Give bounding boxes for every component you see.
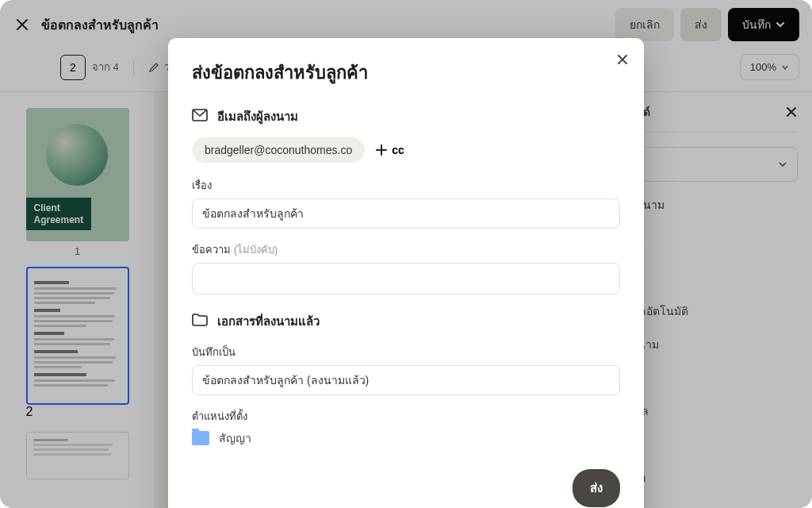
recipient-chip[interactable]: bradgeller@coconuthomes.co [192,137,365,163]
subject-label: เรื่อง [192,177,620,194]
save-as-label: บันทึกเป็น [192,344,620,360]
mail-icon [192,109,208,125]
folder-outline-icon [192,314,208,329]
save-as-input[interactable] [192,365,620,395]
send-modal: ส่งข้อตกลงสำหรับลูกค้า อีเมลถึงผู้ลงนาม … [168,38,644,508]
modal-overlay[interactable]: ส่งข้อตกลงสำหรับลูกค้า อีเมลถึงผู้ลงนาม … [0,0,812,508]
location-label: ตำแหน่งที่ตั้ง [192,408,620,425]
message-label: ข้อความ (ไม่บังคับ) [192,241,620,258]
email-section-label: อีเมลถึงผู้ลงนาม [217,107,298,126]
cc-button[interactable]: cc [376,144,404,156]
message-input[interactable] [192,263,620,294]
subject-input[interactable] [192,198,620,229]
folder-icon [192,431,209,445]
location-value: สัญญา [219,429,251,447]
signed-docs-label: เอกสารที่ลงนามแล้ว [217,312,320,331]
plus-icon [376,144,387,156]
send-button[interactable]: ส่ง [573,469,620,507]
modal-title: ส่งข้อตกลงสำหรับลูกค้า [192,59,620,87]
close-icon[interactable] [615,52,630,67]
location-folder[interactable]: สัญญา [192,429,620,447]
